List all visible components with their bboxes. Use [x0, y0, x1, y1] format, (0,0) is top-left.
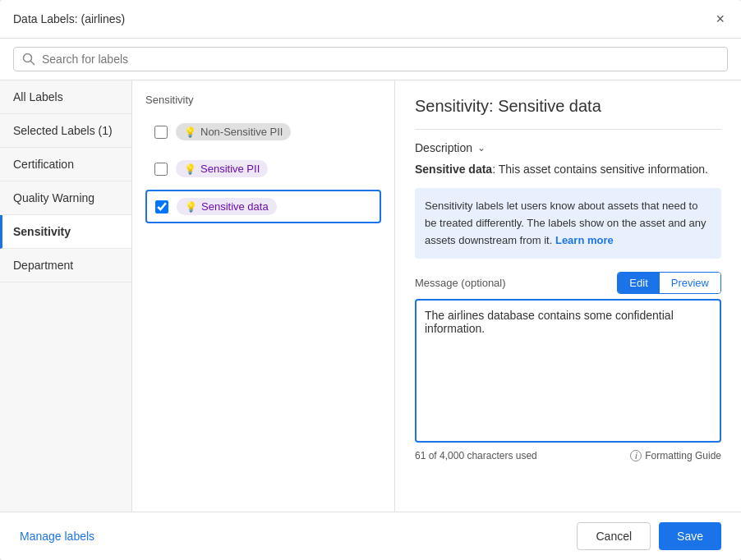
dialog-footer: Manage labels Cancel Save [0, 512, 741, 560]
close-button[interactable]: × [712, 10, 728, 28]
center-panel: Sensitivity 💡 Non-Sensitive PII 💡 Sensit… [132, 80, 395, 512]
search-icon [22, 53, 35, 66]
label-icon-non-sensitive: 💡 [184, 126, 196, 138]
checkbox-sensitive-pii[interactable] [154, 163, 168, 176]
sidebar-item-quality-warning[interactable]: Quality Warning [0, 181, 131, 215]
description-label: Description [415, 141, 472, 154]
message-label: Message (optional) [415, 277, 506, 289]
cancel-button[interactable]: Cancel [577, 522, 651, 550]
learn-more-link[interactable]: Learn more [555, 234, 614, 246]
tab-preview-button[interactable]: Preview [660, 273, 720, 293]
label-pill-non-sensitive-pii: 💡 Non-Sensitive PII [176, 123, 291, 140]
description-rest: : This asset contains sensitive informat… [492, 163, 708, 176]
label-item-sensitive-pii[interactable]: 💡 Sensitive PII [145, 153, 381, 185]
dialog: Data Labels: (airlines) × All Labels Sel… [0, 0, 741, 560]
sidebar-item-selected-labels[interactable]: Selected Labels (1) [0, 114, 131, 148]
search-bar [0, 39, 741, 80]
checkbox-non-sensitive-pii[interactable] [154, 126, 168, 139]
divider [415, 129, 721, 130]
formatting-guide-label: Formatting Guide [645, 450, 721, 461]
info-circle-icon: i [630, 450, 642, 461]
sidebar-item-department[interactable]: Department [0, 249, 131, 282]
message-textarea[interactable]: The airlines database contains some conf… [415, 299, 721, 443]
description-bold: Sensitive data [415, 163, 492, 176]
label-icon-sensitive-data: 💡 [185, 201, 197, 213]
label-item-sensitive-data[interactable]: 💡 Sensitive data [145, 190, 381, 223]
sidebar-item-sensitivity[interactable]: Sensitivity [0, 215, 131, 249]
label-text-sensitive-pii: Sensitive PII [200, 163, 260, 175]
label-text-sensitive-data: Sensitive data [201, 200, 269, 213]
search-input[interactable] [42, 53, 719, 66]
dialog-title: Data Labels: (airlines) [13, 12, 125, 25]
sidebar-item-certification[interactable]: Certification [0, 148, 131, 181]
sidebar: All Labels Selected Labels (1) Certifica… [0, 80, 132, 512]
message-header: Message (optional) Edit Preview [415, 272, 721, 294]
checkbox-sensitive-data[interactable] [155, 200, 168, 213]
sidebar-item-all-labels[interactable]: All Labels [0, 80, 131, 114]
label-text-non-sensitive-pii: Non-Sensitive PII [200, 126, 283, 138]
label-pill-sensitive-data: 💡 Sensitive data [177, 198, 277, 215]
description-header[interactable]: Description ⌄ [415, 141, 721, 154]
manage-labels-link[interactable]: Manage labels [20, 530, 94, 543]
detail-title: Sensitivity: Sensitive data [415, 97, 721, 116]
title-bar: Data Labels: (airlines) × [0, 0, 741, 39]
tab-group: Edit Preview [617, 272, 721, 294]
message-footer: 61 of 4,000 characters used i Formatting… [415, 450, 721, 461]
save-button[interactable]: Save [659, 522, 721, 550]
char-count: 61 of 4,000 characters used [415, 450, 537, 461]
label-item-non-sensitive-pii[interactable]: 💡 Non-Sensitive PII [145, 116, 381, 148]
footer-buttons: Cancel Save [577, 522, 721, 550]
formatting-guide-link[interactable]: i Formatting Guide [630, 450, 721, 461]
label-icon-sensitive-pii: 💡 [184, 163, 196, 175]
main-body: All Labels Selected Labels (1) Certifica… [0, 80, 741, 512]
right-panel: Sensitivity: Sensitive data Description … [395, 80, 741, 512]
tab-edit-button[interactable]: Edit [618, 273, 659, 293]
info-box: Sensitivity labels let users know about … [415, 188, 721, 259]
chevron-down-icon: ⌄ [477, 142, 486, 154]
description-text: Sensitive data: This asset contains sens… [415, 161, 721, 178]
section-title: Sensitivity [145, 94, 381, 106]
search-input-wrapper [13, 47, 728, 71]
learn-more-label: Learn more [555, 234, 614, 246]
label-pill-sensitive-pii: 💡 Sensitive PII [176, 160, 268, 177]
svg-line-1 [31, 62, 35, 65]
